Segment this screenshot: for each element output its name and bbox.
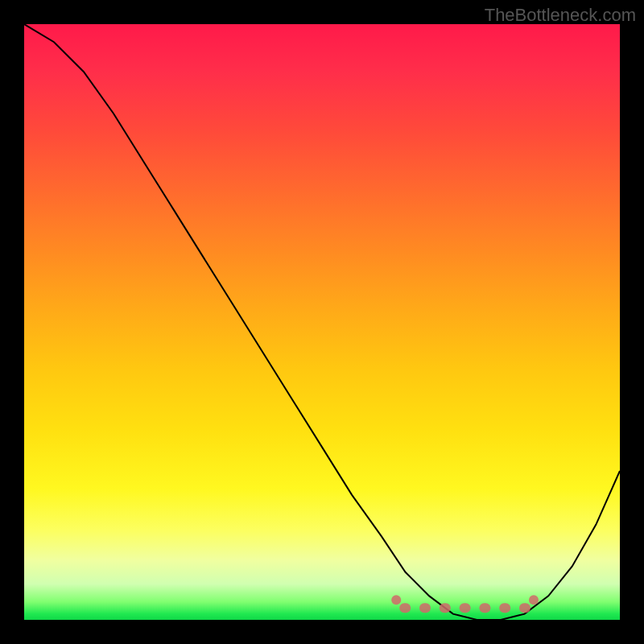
svg-rect-1	[419, 603, 431, 613]
optimal-range-marker	[24, 24, 620, 620]
svg-rect-3	[460, 603, 471, 613]
svg-rect-0	[399, 603, 411, 613]
svg-rect-6	[519, 603, 530, 613]
svg-rect-2	[440, 603, 451, 613]
svg-rect-4	[479, 603, 490, 613]
chart-plot-area	[24, 24, 620, 620]
svg-point-7	[391, 595, 401, 605]
svg-point-8	[529, 595, 539, 605]
watermark-text: TheBottleneck.com	[485, 5, 636, 26]
svg-rect-5	[499, 603, 510, 613]
